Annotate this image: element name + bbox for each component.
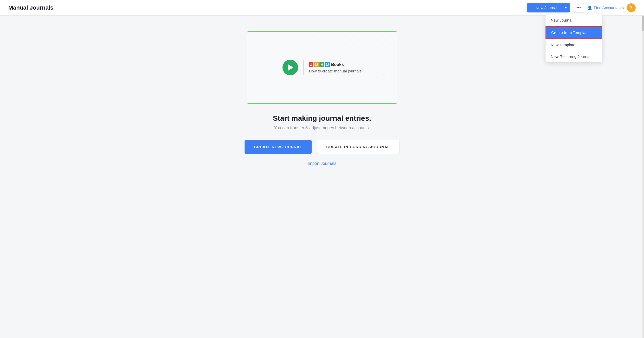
more-options-button[interactable]: ••• xyxy=(573,3,584,12)
video-info: Z O H O Books How to create manual journ… xyxy=(309,62,362,73)
video-thumbnail[interactable]: Z O H O Books How to create manual journ… xyxy=(247,31,397,104)
more-dots-icon: ••• xyxy=(576,5,581,10)
page-title: Manual Journals xyxy=(8,4,54,11)
dropdown-menu: New Journal Create from Template New Tem… xyxy=(545,14,602,63)
find-accountants-label: Find Accountants xyxy=(594,5,624,10)
zoho-o-letter: O xyxy=(314,62,319,67)
new-journal-split-button[interactable]: + New Journal ▾ xyxy=(527,3,570,12)
create-new-journal-button[interactable]: CREATE NEW JOURNAL xyxy=(245,140,311,154)
header: Manual Journals + New Journal ▾ ••• 👤 Fi… xyxy=(0,0,644,16)
zoho-books-logo: Z O H O Books xyxy=(309,62,362,67)
plus-icon: + xyxy=(532,5,534,10)
play-button[interactable] xyxy=(282,60,298,75)
find-accountants-button[interactable]: 👤 Find Accountants xyxy=(587,5,624,10)
new-journal-dropdown-button[interactable]: ▾ xyxy=(562,3,570,12)
zoho-h-letter: H xyxy=(319,62,325,67)
page-heading: Start making journal entries. xyxy=(273,114,371,123)
zoho-o2-letter: O xyxy=(325,62,330,67)
dropdown-item-new-template[interactable]: New Template xyxy=(546,39,602,51)
zoho-z-letter: Z xyxy=(309,62,314,67)
chevron-down-icon: ▾ xyxy=(565,6,567,10)
cta-buttons: CREATE NEW JOURNAL CREATE RECURRING JOUR… xyxy=(245,140,399,154)
help-button[interactable]: ? xyxy=(627,3,636,12)
help-icon: ? xyxy=(630,5,633,10)
page-subtext: You can transfer & adjust money between … xyxy=(274,126,370,130)
dropdown-item-create-from-template[interactable]: Create from Template xyxy=(546,26,602,39)
scrollbar[interactable] xyxy=(642,16,644,338)
new-journal-label: New Journal xyxy=(536,5,557,10)
zoho-books-text: Books xyxy=(331,62,344,67)
dropdown-item-new-journal[interactable]: New Journal xyxy=(546,14,602,26)
accountant-icon: 👤 xyxy=(587,5,592,10)
new-journal-main-button[interactable]: + New Journal xyxy=(527,3,562,12)
header-actions: + New Journal ▾ ••• 👤 Find Accountants ? xyxy=(527,3,636,12)
create-recurring-journal-button[interactable]: CREATE RECURRING JOURNAL xyxy=(317,140,399,154)
import-journals-link[interactable]: Import Journals xyxy=(308,161,336,166)
scrollbar-thumb[interactable] xyxy=(642,16,644,31)
video-divider xyxy=(303,60,304,75)
video-subtitle: How to create manual journals xyxy=(309,69,362,73)
dropdown-item-new-recurring-journal[interactable]: New Recurring Journal xyxy=(546,51,602,62)
